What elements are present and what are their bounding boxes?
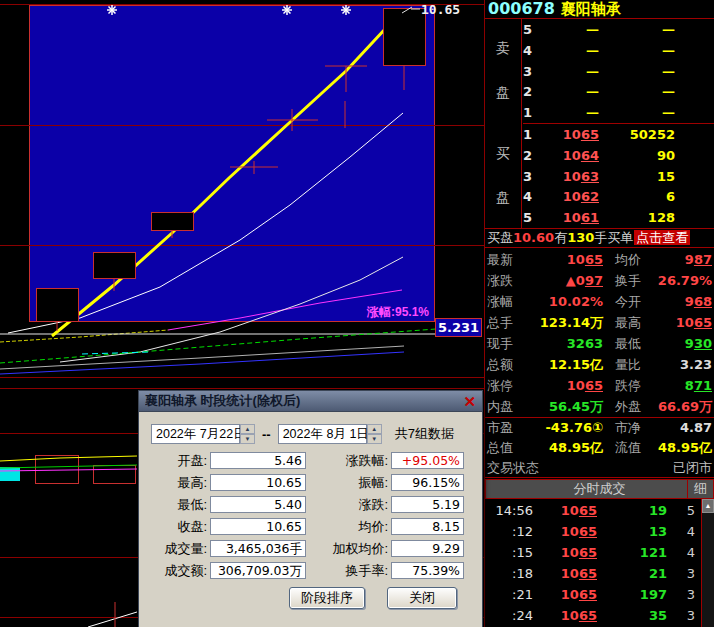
field-label: 最高: [147, 474, 207, 492]
date-from-field[interactable]: 2022年 7月22日 [151, 424, 240, 444]
tick-price: 1065 [533, 542, 597, 563]
stock-header: 000678襄阳轴承 [488, 0, 714, 18]
level: 2 [523, 145, 541, 166]
field-label: 成交量: [147, 540, 207, 558]
ma-line-gray [0, 346, 404, 369]
close-icon[interactable]: ✕ [463, 394, 476, 409]
sell-side-label: 卖 盘 [485, 19, 521, 124]
buy-row[interactable]: 3106315 [523, 166, 714, 187]
stat-value: 968 [647, 291, 712, 312]
ma-line-yellow-tail [0, 330, 168, 342]
date-from-spinner[interactable]: ▲ ▼ [240, 424, 255, 444]
sell-char: 卖 [496, 40, 510, 58]
indicator-line-white-diag [88, 612, 137, 627]
tab-tick-trades[interactable]: 分时成交 细 [485, 479, 714, 499]
stat-value: 987 [647, 249, 712, 270]
stat-value: 48.95亿 [523, 438, 603, 458]
dialog-field-row: 收盘: 10.65 均价: 8.15 [147, 518, 474, 535]
stock-name: 襄阳轴承 [561, 0, 621, 17]
tab-detail-button[interactable]: 细 [687, 480, 713, 498]
scroll-up-icon[interactable]: ▲ [702, 499, 714, 513]
tick-scrollbar[interactable]: ▲ [701, 499, 714, 627]
indicator-line-green [0, 465, 137, 468]
level: 4 [523, 40, 541, 61]
price: 1065 [541, 124, 599, 145]
sell-row[interactable]: 5—— [523, 19, 714, 40]
buy-row[interactable]: 2106490 [523, 145, 714, 166]
tick-price: 1065 [533, 521, 597, 542]
stat-row: 总值48.95亿流值48.95亿 [485, 438, 714, 458]
divider [485, 477, 714, 478]
alert-view-link[interactable]: 点击查看 [634, 230, 690, 245]
volume: 90 [599, 145, 675, 166]
trade-status-value: 已闭市 [539, 458, 712, 478]
field-label: 收盘: [147, 518, 207, 536]
price: 1063 [541, 166, 599, 187]
high-value-field: 10.65 [210, 474, 306, 491]
sell-row[interactable]: 3—— [523, 61, 714, 82]
spinner-down-icon[interactable]: ▼ [367, 434, 382, 444]
date-to-field[interactable]: 2022年 8月 1日 [278, 424, 367, 444]
amplitude-field: 96.15% [391, 474, 464, 491]
dialog-field-row: 最低: 5.40 涨跌: 5.19 [147, 496, 474, 513]
dialog-titlebar[interactable]: 襄阳轴承 时段统计(除权后) ✕ [139, 391, 482, 412]
price: 1064 [541, 145, 599, 166]
candle [94, 253, 136, 279]
alert-text: 买盘 [487, 230, 513, 245]
sell-row[interactable]: 2—— [523, 81, 714, 102]
period-stats-dialog: 襄阳轴承 时段统计(除权后) ✕ 2022年 7月22日 ▲ ▼ -- 2022… [138, 390, 483, 627]
field-label: 涨跌: [306, 496, 388, 514]
group-count-label: 共7组数据 [395, 425, 454, 443]
sell-row[interactable]: 4—— [523, 40, 714, 61]
spinner-up-icon[interactable]: ▲ [240, 424, 255, 434]
stat-value: 56.45万 [523, 396, 603, 417]
tick-row: :181065213 [485, 563, 701, 584]
field-label: 开盘: [147, 452, 207, 470]
spinner-down-icon[interactable]: ▼ [240, 434, 255, 444]
tick-row: :2110651973 [485, 584, 701, 605]
stat-value: 871 [647, 375, 712, 396]
field-label: 换手率: [306, 562, 388, 580]
change-pct-field: +95.05% [391, 452, 464, 469]
stat-value: 12.15亿 [523, 354, 603, 375]
price: — [541, 102, 599, 123]
tick-row: 14:561065195 [485, 500, 701, 521]
dialog-title: 襄阳轴承 时段统计(除权后) [145, 392, 463, 410]
ma-line-blue [0, 352, 404, 374]
alert-text: 手买单 [594, 230, 633, 245]
stat-value: 1065 [523, 249, 603, 270]
spinner-up-icon[interactable]: ▲ [367, 424, 382, 434]
tick-row: :241065353 [485, 605, 701, 626]
volume: 128 [599, 207, 675, 228]
stat-row: 涨幅10.02%今开968 [485, 291, 714, 312]
buy-row[interactable]: 51061128 [523, 207, 714, 228]
tab-label: 分时成交 [574, 481, 626, 496]
dialog-field-row: 成交量: 3,465,036手 加权均价: 9.29 [147, 540, 474, 557]
buy-side-label: 买 盘 [485, 124, 521, 229]
open-value-field: 5.46 [210, 452, 306, 469]
buy-char: 盘 [496, 189, 510, 207]
level: 5 [523, 19, 541, 40]
signal-star-icon [282, 5, 292, 15]
alert-price: 10.60 [513, 230, 554, 245]
signal-star-icon [341, 5, 351, 15]
stat-value: 66.69万 [647, 396, 712, 417]
indicator-line-magenta [0, 469, 137, 471]
close-button[interactable]: 关闭 [387, 587, 457, 609]
dialog-body: 2022年 7月22日 ▲ ▼ -- 2022年 8月 1日 ▲ ▼ 共7组数据… [139, 412, 482, 609]
buy-row[interactable]: 410626 [523, 186, 714, 207]
field-label: 最低: [147, 496, 207, 514]
stat-row: 涨跌▲097换手26.79% [485, 270, 714, 291]
stat-value: 48.95亿 [647, 438, 712, 458]
volume: — [599, 61, 675, 82]
sell-row[interactable]: 1—— [523, 102, 714, 123]
price: — [541, 61, 599, 82]
dialog-field-row: 成交额: 306,709.03万 换手率: 75.39% [147, 562, 474, 579]
buy-row[interactable]: 1106550252 [523, 124, 714, 145]
change-field: 5.19 [391, 496, 464, 513]
avg-price-field: 8.15 [391, 518, 464, 535]
main-kline-chart[interactable]: 10.65 涨幅:95.1% 5.231 [0, 0, 484, 380]
date-to-spinner[interactable]: ▲ ▼ [367, 424, 382, 444]
gain-percent-label: 涨幅:95.1% [367, 304, 429, 321]
stage-sort-button[interactable]: 阶段排序 [289, 587, 365, 609]
